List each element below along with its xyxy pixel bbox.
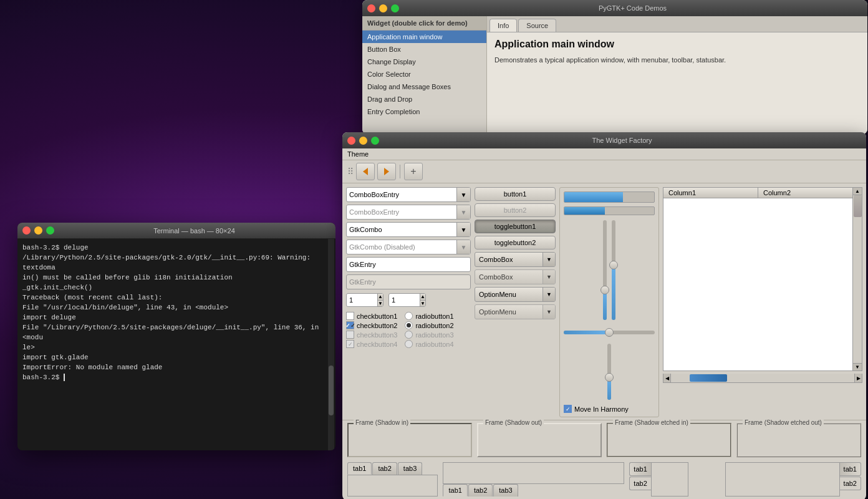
checks-radios-container: checkbutton1 ✓ checkbutton2 checkbutton3… bbox=[346, 312, 471, 348]
theme-menu[interactable]: Theme bbox=[347, 150, 369, 158]
radiobutton-2-row[interactable]: radiobutton2 bbox=[405, 321, 453, 329]
vslider-long[interactable] bbox=[564, 344, 655, 400]
frame-shadow-out: Frame (Shadow out) bbox=[477, 423, 602, 457]
hslider[interactable] bbox=[564, 326, 655, 339]
optionmenu-1[interactable]: OptionMenu ▼ bbox=[475, 287, 556, 302]
pygtk-close-btn[interactable] bbox=[367, 4, 375, 12]
tab-group1-tab3[interactable]: tab3 bbox=[398, 462, 422, 475]
checkbutton-4-row: ✓ checkbutton4 bbox=[346, 340, 397, 348]
sidebar-item-change-display[interactable]: Change Display bbox=[362, 56, 486, 68]
vslider-1[interactable] bbox=[603, 220, 607, 320]
comboboxentry-disabled-arrow: ▼ bbox=[456, 205, 470, 219]
checkbutton-4-box: ✓ bbox=[346, 340, 354, 348]
spinner-1-down[interactable]: ▼ bbox=[378, 301, 383, 307]
terminal-close-btn[interactable] bbox=[22, 226, 31, 235]
spinner-1-up[interactable]: ▲ bbox=[378, 294, 383, 301]
spinner-2-up[interactable]: ▲ bbox=[420, 294, 425, 301]
tab-group4-tab1[interactable]: tab1 bbox=[840, 462, 861, 476]
tab-group2-tab3[interactable]: tab3 bbox=[493, 484, 518, 497]
harmony-checkbox-row[interactable]: ✓ Move In Harmony bbox=[564, 405, 655, 413]
togglebutton1[interactable]: togglebutton1 bbox=[475, 220, 556, 233]
terminal-maximize-btn[interactable] bbox=[46, 226, 54, 235]
sidebar-item-color-selector[interactable]: Color Selector bbox=[362, 68, 486, 80]
combobox-1[interactable]: ComboBox ▼ bbox=[475, 252, 556, 267]
widget-close-btn[interactable] bbox=[347, 137, 355, 145]
gtkcombo-input[interactable]: GtkCombo ▼ bbox=[346, 222, 471, 237]
sidebar-item-app-main-window[interactable]: Application main window bbox=[362, 31, 486, 43]
gtkentry-input[interactable]: GtkEntry bbox=[346, 257, 471, 272]
sidebar-item-button-box[interactable]: Button Box bbox=[362, 43, 486, 56]
list-view[interactable]: Column1 Column2 ▲ ▼ bbox=[663, 187, 862, 371]
comboboxentry-input[interactable]: ComboBoxEntry ▼ bbox=[346, 187, 471, 202]
widget-minimize-btn[interactable] bbox=[359, 137, 367, 145]
list-hscrollbar[interactable]: ◀ ▶ bbox=[663, 374, 862, 383]
progress-fill-2 bbox=[564, 207, 605, 215]
terminal-line: ImportError: No module named glade bbox=[22, 362, 330, 372]
comboboxentry-arrow[interactable]: ▼ bbox=[456, 188, 470, 201]
scrollbar-up-btn[interactable]: ▲ bbox=[853, 188, 862, 195]
tabs-section: tab1 tab2 tab3 tab1 tab2 tab3 tab1 bbox=[342, 460, 866, 499]
terminal-scrollbar[interactable] bbox=[328, 239, 334, 450]
optionmenu-1-arrow[interactable]: ▼ bbox=[542, 288, 555, 301]
terminal-content[interactable]: bash-3.2$ deluge /Library/Python/2.5/sit… bbox=[17, 239, 335, 450]
pygtk-body: Widget (double click for demo) Applicati… bbox=[362, 16, 867, 134]
tab-group3-tab2[interactable]: tab2 bbox=[629, 477, 650, 490]
sidebar-item-dialog-message-boxes[interactable]: Dialog and Message Boxes bbox=[362, 80, 486, 93]
toolbar-back-btn[interactable] bbox=[356, 163, 375, 180]
sidebar-item-entry-completion[interactable]: Entry Completion bbox=[362, 105, 486, 118]
harmony-checkbox[interactable]: ✓ bbox=[564, 405, 572, 413]
tab-group4-tab2[interactable]: tab2 bbox=[840, 477, 861, 490]
widget-maximize-btn[interactable] bbox=[371, 137, 379, 145]
combobox-1-arrow[interactable]: ▼ bbox=[542, 253, 555, 266]
spinner-1[interactable]: 1 ▲ ▼ bbox=[346, 293, 383, 307]
radiobutton-1[interactable] bbox=[405, 312, 413, 320]
tab-group2-tab2[interactable]: tab2 bbox=[468, 484, 493, 497]
hscrollbar-track[interactable] bbox=[671, 374, 854, 382]
column1-header[interactable]: Column1 bbox=[663, 188, 758, 198]
toolbar-add-btn[interactable]: + bbox=[404, 163, 423, 180]
scrollbar-track[interactable] bbox=[853, 195, 862, 363]
tab-source[interactable]: Source bbox=[518, 19, 556, 32]
column2-header[interactable]: Column2 bbox=[758, 188, 852, 198]
scrollbar-down-btn[interactable]: ▼ bbox=[853, 363, 862, 371]
tab-group3-tab1[interactable]: tab1 bbox=[629, 462, 650, 476]
radiobutton-1-row[interactable]: radiobutton1 bbox=[405, 312, 453, 320]
togglebutton2[interactable]: togglebutton2 bbox=[475, 236, 556, 250]
pygtk-minimize-btn[interactable] bbox=[379, 4, 387, 12]
checkbutton-1-row[interactable]: checkbutton1 bbox=[346, 312, 397, 320]
pygtk-maximize-btn[interactable] bbox=[391, 4, 399, 12]
terminal-scrollbar-thumb bbox=[329, 366, 334, 415]
pygtk-tabs: Info Source bbox=[487, 16, 867, 32]
optionmenu-1-text: OptionMenu bbox=[475, 291, 542, 298]
tab-group1-tab1[interactable]: tab1 bbox=[347, 462, 372, 475]
spinner-2-down[interactable]: ▼ bbox=[420, 301, 425, 307]
terminal-window: Terminal — bash — 80×24 bash-3.2$ deluge… bbox=[17, 223, 335, 450]
sidebar-item-drag-and-drop[interactable]: Drag and Drop bbox=[362, 93, 486, 105]
vslider-2[interactable] bbox=[612, 220, 615, 320]
spinner-1-arrows[interactable]: ▲ ▼ bbox=[377, 294, 383, 306]
tab-group2-tab1[interactable]: tab1 bbox=[443, 484, 467, 497]
spinner-2-arrows[interactable]: ▲ ▼ bbox=[420, 294, 425, 306]
toolbar-forward-btn[interactable] bbox=[377, 163, 396, 180]
optionmenu-2: OptionMenu ▼ bbox=[475, 304, 556, 319]
info-title: Application main window bbox=[494, 39, 860, 50]
terminal-line: le> bbox=[22, 342, 330, 352]
checkbutton-2-row[interactable]: ✓ checkbutton2 bbox=[346, 321, 397, 329]
frame-etched-in: Frame (Shadow etched in) bbox=[607, 423, 731, 457]
spinner-2[interactable]: 1 ▲ ▼ bbox=[388, 293, 426, 307]
pygtk-window: PyGTK+ Code Demos Widget (double click f… bbox=[362, 0, 867, 134]
scrollbar-thumb[interactable] bbox=[854, 195, 862, 217]
checkbutton-2-box[interactable]: ✓ bbox=[346, 321, 354, 329]
tab-info[interactable]: Info bbox=[489, 19, 517, 32]
terminal-minimize-btn[interactable] bbox=[34, 226, 42, 235]
hscrollbar-left-btn[interactable]: ◀ bbox=[663, 374, 671, 382]
tab-group1-tab2[interactable]: tab2 bbox=[372, 462, 397, 475]
button1[interactable]: button1 bbox=[475, 187, 556, 201]
radiobutton-2[interactable] bbox=[405, 321, 413, 329]
gtkcombo-arrow[interactable]: ▼ bbox=[456, 223, 470, 236]
tab-bar-4: tab1 tab2 bbox=[840, 462, 861, 497]
checkbutton-1-box[interactable] bbox=[346, 312, 354, 320]
hscrollbar-thumb[interactable] bbox=[690, 374, 727, 382]
hscrollbar-right-btn[interactable]: ▶ bbox=[854, 374, 862, 382]
list-vscrollbar[interactable]: ▲ ▼ bbox=[852, 188, 862, 371]
